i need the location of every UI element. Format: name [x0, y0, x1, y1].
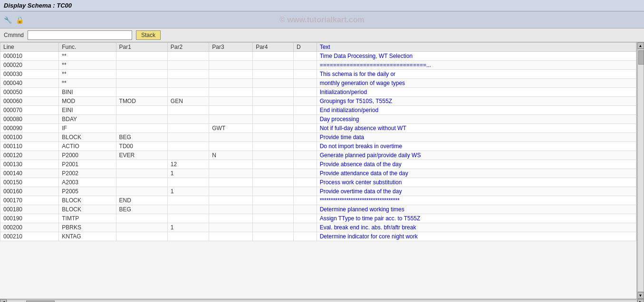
- h-scroll-thumb[interactable]: [26, 301, 55, 302]
- cell-3: [167, 70, 209, 79]
- cell-6: [294, 97, 317, 106]
- cell-7: Provide absence data of the day: [317, 160, 636, 169]
- cell-0: 000070: [0, 106, 59, 115]
- cell-5: [253, 187, 294, 196]
- cell-4: [209, 70, 253, 79]
- cell-0: 000010: [0, 52, 59, 61]
- cell-7: Generate planned pair/provide daily WS: [317, 151, 636, 160]
- cell-6: [294, 205, 317, 214]
- cell-3: 1: [167, 223, 209, 232]
- command-bar: Cmmnd Stack: [0, 28, 644, 42]
- cell-3: [167, 88, 209, 97]
- cell-3: [167, 232, 209, 241]
- cell-4: [209, 178, 253, 187]
- cell-7: Process work center substitution: [317, 178, 636, 187]
- scroll-down-button[interactable]: ▼: [637, 292, 644, 299]
- cell-6: [294, 187, 317, 196]
- cell-3: GEN: [167, 97, 209, 106]
- cell-1: A2003: [59, 178, 116, 187]
- cell-5: [253, 169, 294, 178]
- cell-2: [116, 61, 167, 70]
- cell-3: 12: [167, 160, 209, 169]
- col-d: D: [294, 43, 317, 52]
- cell-4: [209, 169, 253, 178]
- table-body: 000010**Time Data Processing, WT Selecti…: [0, 52, 636, 241]
- cell-2: [116, 115, 167, 124]
- cell-5: [253, 133, 294, 142]
- cell-6: [294, 223, 317, 232]
- cell-4: [209, 160, 253, 169]
- cell-0: 000120: [0, 151, 59, 160]
- cell-1: MOD: [59, 97, 116, 106]
- cell-7: ************************************: [317, 196, 636, 205]
- cell-3: [167, 106, 209, 115]
- right-scrollbar[interactable]: ▲ ▼: [636, 42, 644, 299]
- table-row: 000100BLOCKBEGProvide time data: [0, 133, 636, 142]
- cell-3: [167, 178, 209, 187]
- cell-7: monthly generation of wage types: [317, 79, 636, 88]
- cell-4: [209, 142, 253, 151]
- cell-4: [209, 61, 253, 70]
- cell-1: KNTAG: [59, 232, 116, 241]
- cell-1: **: [59, 61, 116, 70]
- table-row: 000210KNTAGDetermine indicator for core …: [0, 232, 636, 241]
- cell-7: Assign TType to time pair acc. to T555Z: [317, 214, 636, 223]
- table-row: 000110ACTIOTD00Do not import breaks in o…: [0, 142, 636, 151]
- h-scroll-track[interactable]: [7, 300, 637, 302]
- cell-1: P2002: [59, 169, 116, 178]
- cell-7: Eval. break end inc. abs. bfr/aftr break: [317, 223, 636, 232]
- cell-1: BINI: [59, 88, 116, 97]
- cell-4: [209, 79, 253, 88]
- cell-4: [209, 187, 253, 196]
- toolbar: 🔧 🔒 © www.tutorialkart.com: [0, 11, 644, 28]
- cell-2: [116, 223, 167, 232]
- settings-icon[interactable]: 🔧: [4, 16, 12, 24]
- cell-2: [116, 169, 167, 178]
- lock-icon[interactable]: 🔒: [16, 16, 24, 24]
- cell-6: [294, 79, 317, 88]
- cell-0: 000140: [0, 169, 59, 178]
- command-input[interactable]: [28, 30, 132, 40]
- cell-0: 000030: [0, 70, 59, 79]
- cell-0: 000040: [0, 79, 59, 88]
- cell-5: [253, 97, 294, 106]
- cell-6: [294, 214, 317, 223]
- scroll-thumb[interactable]: [638, 50, 644, 65]
- cell-2: [116, 106, 167, 115]
- cell-4: [209, 196, 253, 205]
- cell-1: **: [59, 79, 116, 88]
- cell-2: BEG: [116, 133, 167, 142]
- cell-2: [116, 124, 167, 133]
- scroll-right-button[interactable]: ▶: [637, 299, 644, 302]
- cell-7: Not if full-day absence without WT: [317, 124, 636, 133]
- cell-5: [253, 196, 294, 205]
- cell-1: P2005: [59, 187, 116, 196]
- cell-0: 000130: [0, 160, 59, 169]
- title-bar: Display Schema : TC00: [0, 0, 644, 11]
- cell-7: Day processing: [317, 115, 636, 124]
- cell-6: [294, 115, 317, 124]
- stack-button[interactable]: Stack: [136, 30, 161, 40]
- cell-7: Initialization/period: [317, 88, 636, 97]
- scroll-track[interactable]: [637, 49, 644, 292]
- cell-3: [167, 151, 209, 160]
- table-row: 000030**This schema is for the daily or: [0, 70, 636, 79]
- cell-5: [253, 232, 294, 241]
- cell-4: [209, 115, 253, 124]
- bottom-scrollbar[interactable]: ◀ ▶: [0, 299, 644, 302]
- cell-0: 000110: [0, 142, 59, 151]
- table-row: 000190TIMTPAssign TType to time pair acc…: [0, 214, 636, 223]
- cell-7: This schema is for the daily or: [317, 70, 636, 79]
- scroll-left-button[interactable]: ◀: [0, 299, 7, 302]
- cell-0: 000020: [0, 61, 59, 70]
- cell-1: **: [59, 52, 116, 61]
- cell-0: 000150: [0, 178, 59, 187]
- cell-5: [253, 115, 294, 124]
- cell-2: [116, 52, 167, 61]
- cell-1: BLOCK: [59, 205, 116, 214]
- cell-0: 000190: [0, 214, 59, 223]
- cell-6: [294, 88, 317, 97]
- scroll-up-button[interactable]: ▲: [637, 42, 644, 49]
- cell-4: [209, 97, 253, 106]
- table-row: 000180BLOCKBEGDetermine planned working …: [0, 205, 636, 214]
